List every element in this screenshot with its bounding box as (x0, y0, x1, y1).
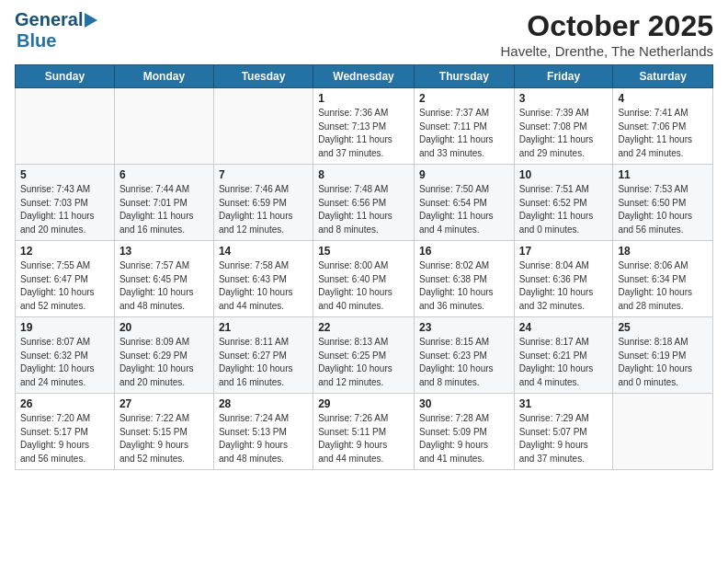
day-number: 29 (318, 397, 409, 410)
calendar-cell: 26Sunrise: 7:20 AM Sunset: 5:17 PM Dayli… (16, 394, 115, 470)
calendar-cell: 10Sunrise: 7:51 AM Sunset: 6:52 PM Dayli… (514, 165, 613, 241)
calendar-cell: 29Sunrise: 7:26 AM Sunset: 5:11 PM Dayli… (313, 394, 415, 470)
calendar-cell: 5Sunrise: 7:43 AM Sunset: 7:03 PM Daylig… (16, 165, 115, 241)
day-number: 10 (519, 168, 609, 181)
day-info: Sunrise: 7:37 AM Sunset: 7:11 PM Dayligh… (419, 107, 509, 160)
calendar-cell: 21Sunrise: 8:11 AM Sunset: 6:27 PM Dayli… (213, 317, 313, 394)
day-info: Sunrise: 7:58 AM Sunset: 6:43 PM Dayligh… (219, 259, 308, 313)
day-number: 12 (20, 245, 109, 258)
day-number: 26 (20, 397, 109, 410)
calendar-cell: 11Sunrise: 7:53 AM Sunset: 6:50 PM Dayli… (613, 165, 713, 241)
calendar-cell: 24Sunrise: 8:17 AM Sunset: 6:21 PM Dayli… (514, 317, 613, 394)
day-number: 3 (519, 92, 609, 105)
calendar-cell: 13Sunrise: 7:57 AM Sunset: 6:45 PM Dayli… (114, 241, 213, 317)
day-header-friday: Friday (514, 65, 613, 88)
calendar-cell: 8Sunrise: 7:48 AM Sunset: 6:56 PM Daylig… (313, 165, 415, 241)
day-header-wednesday: Wednesday (313, 65, 415, 88)
calendar-cell: 27Sunrise: 7:22 AM Sunset: 5:15 PM Dayli… (114, 394, 213, 470)
day-number: 11 (618, 168, 708, 181)
calendar-cell: 22Sunrise: 8:13 AM Sunset: 6:25 PM Dayli… (313, 317, 415, 394)
calendar-cell: 9Sunrise: 7:50 AM Sunset: 6:54 PM Daylig… (414, 165, 514, 241)
calendar-cell: 15Sunrise: 8:00 AM Sunset: 6:40 PM Dayli… (313, 241, 415, 317)
day-header-monday: Monday (114, 65, 213, 88)
day-number: 28 (219, 397, 308, 410)
calendar-cell: 16Sunrise: 8:02 AM Sunset: 6:38 PM Dayli… (414, 241, 514, 317)
logo: General Blue (15, 9, 97, 52)
calendar-cell: 19Sunrise: 8:07 AM Sunset: 6:32 PM Dayli… (16, 317, 115, 394)
day-info: Sunrise: 7:39 AM Sunset: 7:08 PM Dayligh… (519, 107, 609, 160)
logo-line: General (15, 9, 97, 30)
day-number: 21 (219, 321, 308, 334)
day-info: Sunrise: 8:02 AM Sunset: 6:38 PM Dayligh… (419, 259, 509, 313)
calendar-cell: 30Sunrise: 7:28 AM Sunset: 5:09 PM Dayli… (414, 394, 514, 470)
logo-general: General (15, 9, 83, 30)
week-row-1: 1Sunrise: 7:36 AM Sunset: 7:13 PM Daylig… (16, 88, 713, 165)
day-info: Sunrise: 7:51 AM Sunset: 6:52 PM Dayligh… (519, 183, 609, 236)
day-info: Sunrise: 7:44 AM Sunset: 7:01 PM Dayligh… (119, 183, 209, 236)
calendar-cell: 4Sunrise: 7:41 AM Sunset: 7:06 PM Daylig… (613, 88, 713, 165)
day-info: Sunrise: 7:36 AM Sunset: 7:13 PM Dayligh… (318, 107, 409, 160)
day-number: 6 (119, 168, 209, 181)
calendar-cell: 6Sunrise: 7:44 AM Sunset: 7:01 PM Daylig… (114, 165, 213, 241)
calendar-cell: 7Sunrise: 7:46 AM Sunset: 6:59 PM Daylig… (213, 165, 313, 241)
calendar-cell: 25Sunrise: 8:18 AM Sunset: 6:19 PM Dayli… (613, 317, 713, 394)
day-number: 18 (618, 245, 708, 258)
day-number: 30 (419, 397, 509, 410)
day-header-sunday: Sunday (16, 65, 115, 88)
day-number: 7 (219, 168, 308, 181)
day-info: Sunrise: 8:17 AM Sunset: 6:21 PM Dayligh… (519, 336, 609, 389)
days-header-row: SundayMondayTuesdayWednesdayThursdayFrid… (16, 65, 713, 88)
calendar-cell: 17Sunrise: 8:04 AM Sunset: 6:36 PM Dayli… (514, 241, 613, 317)
day-number: 20 (119, 321, 209, 334)
day-number: 2 (419, 92, 509, 105)
day-info: Sunrise: 7:28 AM Sunset: 5:09 PM Dayligh… (419, 412, 509, 465)
calendar-cell (613, 394, 713, 470)
page-subtitle: Havelte, Drenthe, The Netherlands (500, 43, 713, 59)
day-number: 5 (20, 168, 109, 181)
day-number: 27 (119, 397, 209, 410)
day-number: 13 (119, 245, 209, 258)
logo-arrow-icon (85, 13, 97, 28)
day-info: Sunrise: 8:00 AM Sunset: 6:40 PM Dayligh… (318, 259, 409, 313)
page: General Blue October 2025 Havelte, Drent… (0, 0, 728, 479)
calendar-cell (114, 88, 213, 165)
day-number: 23 (419, 321, 509, 334)
day-info: Sunrise: 7:53 AM Sunset: 6:50 PM Dayligh… (618, 183, 708, 236)
day-number: 17 (519, 245, 609, 258)
week-row-5: 26Sunrise: 7:20 AM Sunset: 5:17 PM Dayli… (16, 394, 713, 470)
calendar-header: SundayMondayTuesdayWednesdayThursdayFrid… (16, 65, 713, 88)
calendar-cell: 28Sunrise: 7:24 AM Sunset: 5:13 PM Dayli… (213, 394, 313, 470)
day-number: 15 (318, 245, 409, 258)
day-number: 19 (20, 321, 109, 334)
day-number: 9 (419, 168, 509, 181)
day-number: 4 (618, 92, 708, 105)
day-info: Sunrise: 7:26 AM Sunset: 5:11 PM Dayligh… (318, 412, 409, 465)
day-info: Sunrise: 8:07 AM Sunset: 6:32 PM Dayligh… (20, 336, 109, 389)
day-header-tuesday: Tuesday (213, 65, 313, 88)
day-info: Sunrise: 8:06 AM Sunset: 6:34 PM Dayligh… (618, 259, 708, 313)
day-info: Sunrise: 7:24 AM Sunset: 5:13 PM Dayligh… (219, 412, 308, 465)
day-number: 14 (219, 245, 308, 258)
calendar: SundayMondayTuesdayWednesdayThursdayFrid… (15, 64, 713, 470)
logo-blue: Blue (17, 30, 56, 52)
day-info: Sunrise: 7:46 AM Sunset: 6:59 PM Dayligh… (219, 183, 308, 236)
title-block: October 2025 Havelte, Drenthe, The Nethe… (500, 9, 713, 59)
day-number: 22 (318, 321, 409, 334)
calendar-cell: 23Sunrise: 8:15 AM Sunset: 6:23 PM Dayli… (414, 317, 514, 394)
day-info: Sunrise: 8:15 AM Sunset: 6:23 PM Dayligh… (419, 336, 509, 389)
day-info: Sunrise: 8:04 AM Sunset: 6:36 PM Dayligh… (519, 259, 609, 313)
calendar-cell: 2Sunrise: 7:37 AM Sunset: 7:11 PM Daylig… (414, 88, 514, 165)
day-info: Sunrise: 7:20 AM Sunset: 5:17 PM Dayligh… (20, 412, 109, 465)
day-info: Sunrise: 7:55 AM Sunset: 6:47 PM Dayligh… (20, 259, 109, 313)
day-info: Sunrise: 7:57 AM Sunset: 6:45 PM Dayligh… (119, 259, 209, 313)
day-header-thursday: Thursday (414, 65, 514, 88)
day-number: 25 (618, 321, 708, 334)
week-row-4: 19Sunrise: 8:07 AM Sunset: 6:32 PM Dayli… (16, 317, 713, 394)
day-header-saturday: Saturday (613, 65, 713, 88)
calendar-cell (213, 88, 313, 165)
day-info: Sunrise: 8:09 AM Sunset: 6:29 PM Dayligh… (119, 336, 209, 389)
day-info: Sunrise: 7:22 AM Sunset: 5:15 PM Dayligh… (119, 412, 209, 465)
day-info: Sunrise: 7:50 AM Sunset: 6:54 PM Dayligh… (419, 183, 509, 236)
calendar-body: 1Sunrise: 7:36 AM Sunset: 7:13 PM Daylig… (16, 88, 713, 470)
calendar-cell: 18Sunrise: 8:06 AM Sunset: 6:34 PM Dayli… (613, 241, 713, 317)
